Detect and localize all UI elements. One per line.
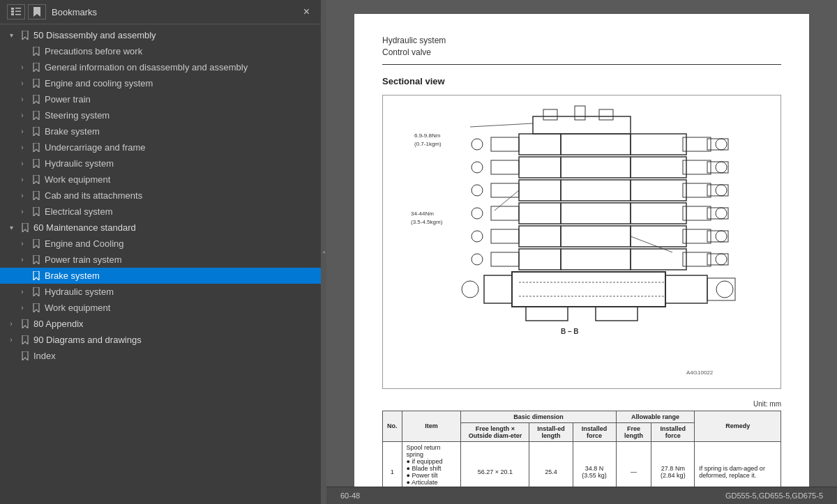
expand-icon-general-info	[17, 63, 28, 71]
sidebar-item-engine-cooling[interactable]: Engine and cooling system	[0, 75, 321, 91]
sidebar-item-cab[interactable]: Cab and its attachments	[0, 188, 321, 204]
svg-rect-23	[683, 160, 711, 174]
svg-point-35	[472, 185, 483, 196]
svg-text:B  –  B: B – B	[561, 328, 579, 335]
svg-rect-26	[491, 160, 519, 174]
arrow-right-icon	[21, 256, 23, 264]
doc-divider	[382, 64, 781, 65]
svg-rect-68	[484, 275, 512, 303]
sidebar-item-steering[interactable]: Steering system	[0, 107, 321, 123]
sidebar-item-hydraulic-2[interactable]: Hydraulic system	[0, 284, 321, 300]
list-view-button[interactable]	[7, 4, 25, 20]
sidebar-item-electrical[interactable]: Electrical system	[0, 204, 321, 220]
sidebar-item-hydraulic[interactable]: Hydraulic system	[0, 155, 321, 171]
item-label-s80: 80 Appendix	[33, 319, 321, 329]
bookmark-icon-power-train-2	[31, 255, 42, 264]
item-label-steering: Steering system	[45, 110, 321, 121]
bookmark-icon-s90	[20, 335, 31, 344]
sidebar-item-work-equip[interactable]: Work equipment	[0, 171, 321, 188]
sidebar-item-brake[interactable]: Brake system	[0, 123, 321, 139]
expand-icon-hydraulic	[17, 160, 28, 167]
expand-icon-s60	[6, 224, 17, 231]
sidebar-item-power-train-2[interactable]: Power train system	[0, 252, 321, 268]
bookmark-icon-brake	[31, 127, 42, 136]
svg-rect-62	[491, 252, 519, 266]
svg-rect-64	[512, 272, 665, 307]
svg-point-69	[462, 281, 478, 298]
svg-rect-59	[683, 252, 711, 266]
item-label-brake: Brake system	[45, 126, 321, 137]
sidebar-item-s90[interactable]: 90 Diagrams and drawings	[0, 332, 321, 348]
expand-icon-power-train-2	[17, 256, 28, 264]
doc-page: Hydraulic system Control valve Sectional…	[354, 14, 809, 487]
bookmark-icon-work-equip-2	[31, 303, 42, 312]
diagram-container: 6.9-9.8Nm (0.7-1kgm)	[382, 95, 781, 389]
sectional-diagram: 6.9-9.8Nm (0.7-1kgm)	[407, 102, 756, 381]
table-note: Unit: mm	[382, 400, 781, 408]
cell-item: Spool return spring ● if equipped ● Blad…	[402, 441, 461, 487]
sidebar-item-work-equip-2[interactable]: Work equipment	[0, 300, 321, 316]
sidebar-item-s80[interactable]: 80 Appendix	[0, 316, 321, 332]
bookmark-icon-steering	[31, 111, 42, 120]
expand-icon-s50	[6, 31, 17, 39]
item-label-hydraulic: Hydraulic system	[45, 158, 321, 169]
svg-rect-12	[519, 134, 561, 155]
svg-rect-14	[631, 134, 686, 155]
bookmark-view-button[interactable]	[28, 4, 46, 20]
arrow-right-icon	[21, 79, 23, 87]
svg-point-63	[472, 254, 483, 265]
sidebar-item-precautions[interactable]: Precautions before work	[0, 43, 321, 59]
svg-rect-9	[575, 106, 585, 120]
svg-rect-47	[519, 226, 561, 247]
arrow-right-icon	[21, 63, 23, 71]
svg-rect-41	[631, 203, 686, 224]
svg-rect-50	[683, 229, 711, 243]
svg-rect-10	[599, 109, 613, 120]
sidebar-title: Bookmarks	[52, 7, 97, 17]
sidebar-item-s50[interactable]: 50 Disassembly and assembly	[0, 27, 321, 43]
svg-rect-58	[631, 249, 686, 270]
sidebar-item-s60[interactable]: 60 Maintenance standard	[0, 220, 321, 236]
svg-line-55	[631, 236, 672, 252]
table-row: 1 Spool return spring ● if equipped ● Bl…	[383, 441, 781, 487]
sidebar-item-undercarriage[interactable]: Undercarriage and frame	[0, 139, 321, 155]
doc-content[interactable]: Hydraulic system Control valve Sectional…	[326, 0, 837, 487]
bookmarks-tree: 50 Disassembly and assemblyPrecautions b…	[0, 24, 321, 504]
sidebar-item-power-train[interactable]: Power train	[0, 91, 321, 107]
doc-footer: 60-48 GD555-5,GD655-5,GD675-5	[326, 487, 837, 504]
svg-rect-29	[561, 180, 631, 201]
svg-point-17	[716, 139, 727, 150]
svg-point-46	[472, 208, 483, 219]
maintenance-table: No. Item Basic dimension Allowable range…	[382, 411, 781, 487]
expand-icon-steering	[17, 112, 28, 119]
bookmark-icon-work-equip	[31, 175, 42, 184]
svg-line-36	[495, 190, 519, 211]
resize-handle[interactable]: ◂	[321, 0, 326, 504]
item-label-brake-2: Brake system	[45, 270, 321, 281]
bookmark-icon-power-train	[31, 95, 42, 104]
sidebar-header-left: Bookmarks	[7, 4, 97, 20]
item-label-engine-cooling-2: Engine and Cooling	[45, 238, 321, 249]
svg-rect-39	[519, 203, 561, 224]
svg-point-54	[472, 231, 483, 242]
sidebar-item-engine-cooling-2[interactable]: Engine and Cooling	[0, 236, 321, 252]
bookmark-icon-hydraulic	[31, 159, 42, 168]
svg-rect-0	[11, 8, 14, 10]
sidebar-item-index[interactable]: Index	[0, 348, 321, 364]
sub-installed-force-allow: Installed force	[651, 422, 695, 441]
close-button[interactable]: ×	[299, 4, 314, 20]
item-label-index: Index	[33, 351, 321, 361]
sidebar-header: Bookmarks ×	[0, 0, 321, 24]
sidebar-item-general-info[interactable]: General information on disassembly and a…	[0, 59, 321, 75]
sidebar-item-brake-2[interactable]: Brake system	[0, 268, 321, 284]
svg-rect-57	[561, 249, 631, 270]
expand-icon-brake	[17, 128, 28, 135]
arrow-right-icon	[21, 176, 23, 183]
cell-remedy: If spring is dam-aged or deformed, repla…	[695, 441, 781, 487]
sub-installed-len: Install-ed length	[529, 422, 573, 441]
bookmark-icon-engine-cooling-2	[31, 239, 42, 248]
svg-point-44	[716, 208, 727, 219]
bookmark-icon-s60	[20, 223, 31, 232]
item-label-work-equip-2: Work equipment	[45, 303, 321, 313]
sub-free-length: Free length × Outside diam-eter	[461, 422, 529, 441]
